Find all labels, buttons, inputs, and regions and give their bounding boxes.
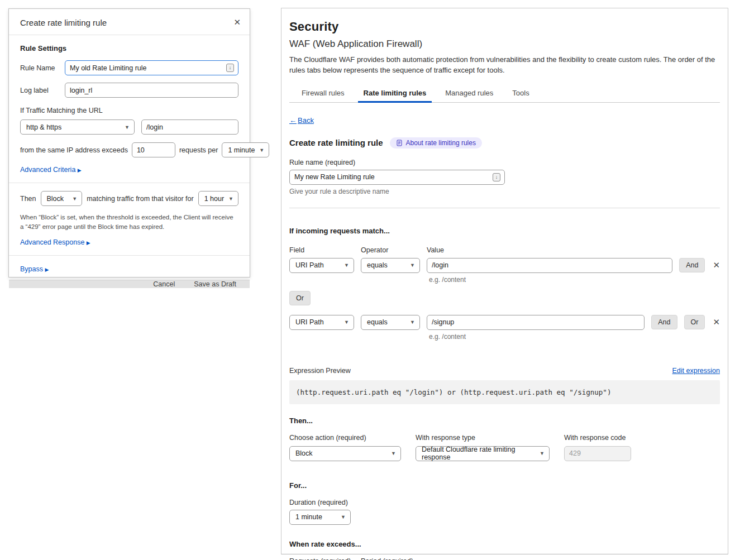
value-hint: e.g. /content xyxy=(429,333,720,341)
value-column-label: Value xyxy=(427,246,444,254)
condition-row: URI Path ▼ equals ▼ And Or ✕ xyxy=(289,315,720,330)
or-button[interactable]: Or xyxy=(684,315,705,329)
or-button[interactable]: Or xyxy=(289,291,311,305)
tab-firewall-rules[interactable]: Firewall rules xyxy=(300,85,346,102)
url-match-row: http & https ▼ xyxy=(20,119,238,135)
threshold-row: from the same IP address exceeds request… xyxy=(20,142,238,157)
threshold-input[interactable] xyxy=(132,142,175,157)
rule-name-label: Rule Name xyxy=(20,64,65,72)
duration-label: Duration (required) xyxy=(289,499,720,506)
rate-heading: When rate exceeds... xyxy=(289,540,720,548)
value-input[interactable] xyxy=(427,258,672,273)
value-input[interactable] xyxy=(427,315,645,330)
remove-condition-icon[interactable]: ✕ xyxy=(713,260,720,270)
triangle-right-icon: ▶ xyxy=(45,267,49,272)
condition-column-labels: Field Operator Value xyxy=(289,246,720,254)
for-heading: For... xyxy=(289,481,720,490)
choose-action-label: Choose action (required) xyxy=(289,434,401,442)
bypass-link[interactable]: Bypass ▶ xyxy=(20,265,49,273)
modal-footer: Cancel Save as Draft xyxy=(9,280,250,288)
document-icon xyxy=(396,140,403,146)
divider xyxy=(9,255,250,256)
rule-name-input[interactable] xyxy=(65,60,238,75)
rate-labels: Requests (required) Period (required) xyxy=(289,557,720,560)
page-title: Security xyxy=(289,20,720,34)
tab-tools[interactable]: Tools xyxy=(511,85,530,102)
log-label-label: Log label xyxy=(20,87,65,94)
threshold-middle-text: requests per xyxy=(179,146,218,154)
back-arrow-icon: ← xyxy=(289,116,297,125)
chevron-down-icon: ▼ xyxy=(540,451,545,456)
field-select[interactable]: URI Path ▼ xyxy=(289,315,354,330)
period-select[interactable]: 1 minute ▼ xyxy=(222,142,269,157)
autofill-icon: ↓ xyxy=(226,64,234,72)
chevron-down-icon: ▼ xyxy=(72,196,77,202)
tab-rate-limiting-rules[interactable]: Rate limiting rules xyxy=(362,85,428,102)
then-row: Then Block ▼ matching traffic from that … xyxy=(20,191,238,206)
and-button[interactable]: And xyxy=(679,258,705,272)
response-code-input xyxy=(564,446,631,461)
waf-tabs: Firewall rules Rate limiting rules Manag… xyxy=(289,85,720,103)
then-heading: Then... xyxy=(289,417,720,425)
rule-name-input[interactable] xyxy=(289,170,505,185)
about-rate-limiting-badge[interactable]: About rate limiting rules xyxy=(390,137,482,149)
remove-condition-icon[interactable]: ✕ xyxy=(713,317,720,327)
form-title-row: Create rate limiting rule About rate lim… xyxy=(289,137,720,149)
rule-name-label: Rule name (required) xyxy=(289,159,505,166)
then-middle-text: matching traffic from that visitor for xyxy=(87,195,194,203)
close-icon[interactable]: ✕ xyxy=(233,17,241,27)
operator-select[interactable]: equals ▼ xyxy=(361,258,420,273)
scheme-select[interactable]: http & https ▼ xyxy=(20,119,135,135)
chevron-down-icon: ▼ xyxy=(341,514,346,520)
autofill-icon: ↓ xyxy=(493,173,500,181)
response-code-label: With response code xyxy=(564,434,631,442)
response-type-select[interactable]: Default Cloudflare rate limiting respons… xyxy=(416,446,550,461)
log-label-input[interactable] xyxy=(65,83,238,98)
then-controls: Choose action (required) Block ▼ With re… xyxy=(289,434,720,461)
rule-settings-heading: Rule Settings xyxy=(20,44,238,52)
field-select[interactable]: URI Path ▼ xyxy=(289,258,354,273)
condition-row: URI Path ▼ equals ▼ And ✕ xyxy=(289,258,720,273)
security-waf-panel: Security WAF (Web Application Firewall) … xyxy=(281,8,728,554)
tab-managed-rules[interactable]: Managed rules xyxy=(444,85,494,102)
advanced-response-link[interactable]: Advanced Response ▶ xyxy=(20,238,90,246)
page-description: The Cloudflare WAF provides both automat… xyxy=(289,55,720,76)
triangle-right-icon: ▶ xyxy=(87,240,90,246)
cancel-button[interactable]: Cancel xyxy=(153,280,175,288)
and-button[interactable]: And xyxy=(651,315,677,329)
back-link[interactable]: ← Back xyxy=(289,116,314,125)
chevron-down-icon: ▼ xyxy=(410,262,415,268)
chevron-down-icon: ▼ xyxy=(125,125,130,130)
modal-header: Create rate limiting rule ✕ xyxy=(9,9,250,35)
field-column-label: Field xyxy=(289,246,361,254)
divider xyxy=(289,208,720,208)
operator-select[interactable]: equals ▼ xyxy=(361,315,420,330)
chevron-down-icon: ▼ xyxy=(259,147,264,153)
page-subtitle: WAF (Web Application Firewall) xyxy=(289,39,720,50)
requests-label: Requests (required) xyxy=(289,557,361,560)
chevron-down-icon: ▼ xyxy=(410,319,415,325)
traffic-matching-heading: If Traffic Matching the URL xyxy=(20,107,238,114)
url-input[interactable] xyxy=(141,119,238,135)
value-hint: e.g. /content xyxy=(429,276,720,284)
response-type-label: With response type xyxy=(416,434,550,442)
modal-body: Rule Settings Rule Name ↓ Log label If T… xyxy=(9,35,250,280)
log-label-row: Log label xyxy=(20,83,238,98)
threshold-prefix-text: from the same IP address exceeds xyxy=(20,146,128,154)
chevron-down-icon: ▼ xyxy=(391,451,396,456)
duration-select[interactable]: 1 minute ▼ xyxy=(289,510,351,525)
expression-preview-row: Expression Preview Edit expression xyxy=(289,367,720,375)
block-note-text: When “Block” is set, when the threshold … xyxy=(20,213,238,231)
action-select[interactable]: Block ▼ xyxy=(41,191,83,206)
block-duration-select[interactable]: 1 hour ▼ xyxy=(198,191,238,206)
advanced-criteria-link[interactable]: Advanced Criteria ▶ xyxy=(20,166,82,174)
form-title: Create rate limiting rule xyxy=(289,138,383,147)
period-label: Period (required) xyxy=(361,557,413,560)
create-rate-limit-modal: Create rate limiting rule ✕ Rule Setting… xyxy=(8,8,250,277)
choose-action-select[interactable]: Block ▼ xyxy=(289,446,401,461)
save-as-draft-button[interactable]: Save as Draft xyxy=(194,280,236,288)
edit-expression-link[interactable]: Edit expression xyxy=(672,367,720,375)
triangle-right-icon: ▶ xyxy=(78,167,82,173)
rule-name-hint: Give your rule a descriptive name xyxy=(289,188,505,195)
expression-code: (http.request.uri.path eq "/login") or (… xyxy=(289,380,720,404)
